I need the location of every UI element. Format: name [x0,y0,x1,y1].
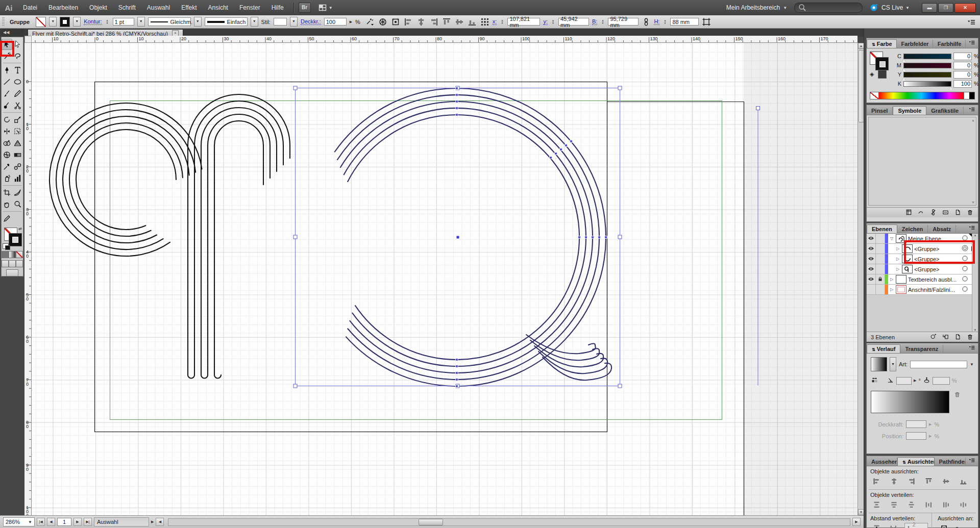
visibility-toggle[interactable] [867,274,876,284]
align-left-icon[interactable] [404,17,413,27]
menu-datei[interactable]: Datei [17,1,43,15]
panel-menu-icon[interactable] [966,344,978,353]
expand-icon[interactable]: ▷ [895,257,900,261]
align-vcenter-button[interactable] [940,476,952,487]
height-label[interactable]: H: [654,18,659,25]
collapse-icon[interactable]: ▽ [889,236,894,241]
y-stepper[interactable]: ▲▼ [551,18,555,26]
spectrum-white[interactable] [964,92,969,99]
horizontal-scroll-thumb[interactable] [419,519,443,525]
selection-tool[interactable] [2,39,12,50]
canvas-viewport[interactable] [32,43,857,515]
symbol-options-icon[interactable] [942,209,949,217]
layer-row-main[interactable]: ▷<Gruppe> [888,264,978,274]
lock-toggle[interactable] [876,234,885,243]
ref-point-icon[interactable] [480,17,489,27]
perspective-grid-tool[interactable] [12,138,23,149]
channel-track[interactable] [903,63,951,68]
locate-icon[interactable] [929,333,937,341]
blend-tool[interactable] [12,161,23,172]
panel-menu-icon[interactable] [966,39,978,48]
magic-wand-tool[interactable] [2,51,12,62]
menu-schrift[interactable]: Schrift [113,1,141,15]
target-icon[interactable] [962,235,968,242]
menu-bearbeiten[interactable]: Bearbeiten [43,1,84,15]
last-color-swatch[interactable] [878,70,887,79]
default-fill-stroke-icon[interactable] [3,243,9,249]
last-artboard-button[interactable]: ▶| [84,518,92,526]
lock-toggle[interactable] [876,274,885,284]
tab-aussehen[interactable]: Aussehen [867,458,897,466]
direct-selection-tool[interactable] [12,39,23,50]
position-stop-value[interactable] [906,432,926,440]
expand-icon[interactable]: ▷ [895,267,900,271]
expand-icon[interactable]: ▷ [895,246,900,251]
color-fill-stroke[interactable]: ◈ [870,52,892,80]
dist-right-button[interactable] [957,499,970,510]
lasso-tool[interactable] [12,51,23,62]
channel-thumb[interactable] [902,59,906,62]
symbol-library-icon[interactable] [905,209,913,217]
x-value[interactable]: 107,821 mm [507,18,540,26]
dist-left-button[interactable] [922,499,935,510]
style-dropdown[interactable]: ▼ [290,17,298,27]
screen-mode-button[interactable] [6,269,18,276]
tab-absatz[interactable]: Absatz [928,225,956,233]
width-tool[interactable] [2,126,12,137]
none-mode-button[interactable] [16,251,23,258]
channel-track[interactable] [903,54,951,59]
align-left-button[interactable] [870,476,883,487]
gradient-type-select[interactable] [910,361,967,368]
swap-fill-stroke-icon[interactable]: ⇄ [18,227,22,231]
new-page-icon[interactable] [954,209,962,217]
hand-tool[interactable] [2,199,12,210]
layer-name[interactable]: Meine Ebene [908,236,941,242]
cs-live-menu[interactable]: CS Live ▼ [870,3,910,12]
color-stroke-swatch[interactable] [875,57,889,70]
prev-artboard-button[interactable]: ◀ [47,518,55,526]
line-segment-tool[interactable] [2,77,12,88]
panel-menu-icon[interactable] [966,457,978,466]
close-button[interactable]: ✕ [954,3,976,13]
tab-grafikstile[interactable]: Grafikstile [926,107,964,115]
fill-color-dropdown[interactable]: ▼ [73,17,81,27]
artboard-number-field[interactable]: 1 [57,518,71,526]
tab-farbfelder[interactable]: Farbfelder [897,40,933,48]
first-artboard-button[interactable]: |◀ [37,518,45,526]
layer-row[interactable]: ▷Anschnitt/Falzlini... [867,285,978,295]
tab-farbhilfe[interactable]: Farbhilfe [933,40,966,48]
scroll-right-icon[interactable]: ▶ [852,518,861,526]
align-right-icon[interactable] [429,17,438,27]
align-right-button[interactable] [905,476,918,487]
toolbar-collapse-header[interactable]: ◀◀ [1,29,23,36]
tab-zeichen[interactable]: Zeichen [897,225,928,233]
channel-thumb[interactable] [902,68,906,71]
visibility-toggle[interactable] [867,254,876,264]
spacing-value-field[interactable]: ▲▼2 mm [904,523,928,528]
channel-value[interactable]: 100 [953,80,972,88]
lock-toggle[interactable] [876,244,885,254]
lock-toggle[interactable] [876,264,885,274]
link-dimensions-icon[interactable] [642,17,651,27]
stroke-weight-stepper[interactable]: ▲▼ [105,18,110,26]
pencil-tool[interactable] [12,88,23,99]
menu-fenster[interactable]: Fenster [234,1,266,15]
menu-effekt[interactable]: Effekt [176,1,202,15]
vertical-scrollbar[interactable]: ▲ ▼ [857,43,864,515]
arrange-documents-button[interactable]: ▼ [318,3,333,12]
dist-vcenter-button[interactable] [888,499,900,510]
ellipse-tool[interactable] [12,77,23,88]
align-hcenter-icon[interactable] [416,17,426,27]
select-similar-icon[interactable] [365,17,375,27]
align-bottom-icon[interactable] [468,17,477,27]
layer-name[interactable]: Textbereich ausbl... [908,276,957,283]
search-input[interactable] [794,3,863,13]
color-mode-button[interactable] [2,251,9,258]
delete-stop-icon[interactable] [953,391,961,399]
layer-row-main[interactable]: ▷Anschnitt/Falzlini... [888,285,978,294]
width-profile-select[interactable]: Gleichm. [148,17,191,26]
trash-icon[interactable] [966,209,974,217]
lock-toggle[interactable] [876,254,885,264]
style-value[interactable] [274,18,287,26]
eyedropper-tool[interactable] [2,161,12,172]
